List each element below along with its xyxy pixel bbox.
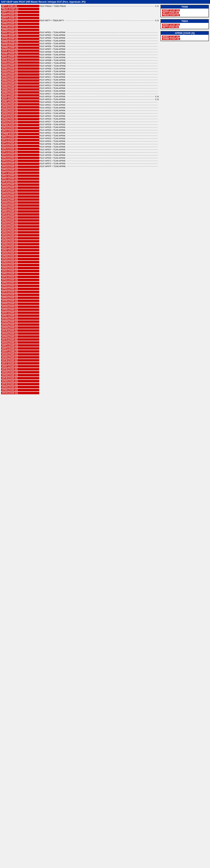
t530e-mandt: MANDT [CLNT (3)]: [162, 9, 180, 11]
apr23-line: P0147-APR23 = T5J46-APRNK: [39, 109, 159, 112]
apr10-line: P0147-APR10 = T5J46-APRNK: [39, 73, 159, 76]
item-apf17: APF17 [CHAR (2)]: [1, 172, 39, 174]
item-aprtf2: APRTF [CHAR (3)]: [1, 350, 39, 352]
item-aprt2: APRT2 [CHAR (2)]: [1, 347, 39, 350]
apr35-line: P0147-APR35 = T5J46-APRNK: [39, 143, 159, 146]
apr02-text: P0147-APR02 = T5J46-APRNK: [39, 34, 65, 36]
item-apr71: APR71 [CHAR (3)]: [1, 11, 39, 13]
apr21-line: P0147-APR21 = T5J46-APRNK: [39, 104, 159, 106]
apr39b-red: APR39 [CHAR (2)]: [1, 380, 39, 382]
item-apr35: APR35 [CHAR (2)]: [1, 303, 39, 305]
item-apd13: APD13 [CHAR (3)]: [1, 145, 39, 147]
apr25-line: P0147-APR25 = T5J46-APRNK: [39, 115, 159, 118]
apr37-text: P0147-APR37 = T5J46-APRNK: [39, 149, 65, 151]
infty-line: P0147-INFTY = T582A.INFTY 0..N: [39, 19, 159, 22]
apd32-red: APD32 [CHAR (3)]: [1, 279, 39, 281]
item-preas: PREAS [CHAR (2)]: [1, 8, 39, 10]
apf0d-red: APF0D [CHAR (2)]: [1, 38, 39, 40]
apd22-red: APD22 [CHAR (2)]: [1, 216, 39, 219]
apr40-text: P0147-APR40 = T5J46-APRNK: [39, 157, 65, 159]
preas-end: 0..N: [155, 5, 159, 7]
apr0a-line: P0147-APR0A = T5J46-APRNK: [39, 56, 159, 59]
item-apd21: APD21 [CHAR (2)]: [1, 207, 39, 210]
apr11-text: P0147-APR11 = T5J46-APRNK: [39, 76, 65, 78]
item-apd16: APD16 [CHAR (2)]: [1, 165, 39, 168]
t5j46-title: APRNK [CHAR (4)]: [161, 31, 209, 35]
apr0d-text: P0147-APR0D = T5J46-APRNK: [39, 65, 66, 67]
item-apd11: APD11 [CHAR (2)]: [1, 130, 39, 132]
apr38a-red: APR38 [CHAR (2)]: [1, 320, 39, 323]
apr38b-red: APR38 [CHAR (3)]: [1, 371, 39, 373]
apr13-line: P0147-APR13 = T5J46-APRNK: [39, 81, 159, 84]
t530e-row-2: PREAS [CHAR (2)]: [162, 14, 207, 17]
item-apr02: APR02 [CHAR (3)]: [1, 67, 39, 70]
apr22-line: P0147-APR22 = T5J46-APRNK: [39, 106, 159, 109]
apr01-dash: [67, 32, 157, 33]
preas-dash: [67, 6, 154, 6]
item-apf0c: APF0C [CHAR (2)]: [1, 32, 39, 34]
t582a-title: T582A: [161, 20, 209, 23]
apr0a-red: APR0A [CHAR (2)]: [1, 124, 39, 126]
apr71-red: APR71 [CHAR (3)]: [1, 11, 39, 13]
apr23-red: APR23 [CHAR (3)]: [1, 225, 39, 227]
item-apf20: APF20 [CHAR (2)]: [1, 198, 39, 201]
apf01-red: APF01 [CHAR (2)]: [1, 56, 39, 58]
apr17-red: APR17 [CHAR (3)]: [1, 178, 39, 180]
t530e-row-0: MANDT [CLNT (3)]: [162, 9, 207, 11]
apf32-red: APF32 [CHAR (2)]: [1, 276, 39, 278]
item-apd25: APD25 [CHAR (2)]: [1, 234, 39, 237]
t530e-box-wrapper: T530E MANDT [CLNT (3)] INFTY [CHAR (4)] …: [160, 5, 209, 19]
apr06-line: P0147-APR06 = T5J46-APRNK: [39, 45, 159, 48]
item-apr16: APR16 [CHAR (2)]: [1, 168, 39, 171]
apr14-line: P0147-APR14 = T5J46-APRNK: [39, 84, 159, 87]
item-apr39b: APR39 [CHAR (2)]: [1, 380, 39, 382]
apr16-text: P0147-APR16 = T5J46-APRNK: [39, 90, 65, 92]
apr20-text: P0147-APR20 = T5J46-APRNK: [39, 101, 65, 103]
apr11-line: P0147-APR11 = T5J46-APRNK: [39, 76, 159, 79]
item-apf39: APF39 [CHAR (2)]: [1, 377, 39, 379]
aprt1-line: P0147-APRT1 = T5J46-APRNK: [39, 159, 159, 162]
aprnk-lines: P0147-APR01 = T5J46-APRNK P0147-APR02 = …: [39, 31, 159, 168]
apd08-red: APD08 [CHAR (2)]: [1, 103, 39, 105]
apr26-line: P0147-APR26 = T5J46-APRNK: [39, 118, 159, 120]
t582a-mandt: MANDT [CLNT (3)]: [162, 24, 180, 26]
apr40b-red: APR40 [CHAR (2)]: [1, 389, 39, 391]
apr37b-red: APR37 [CHAR (2)]: [1, 365, 39, 368]
apr39-text: P0147-APR39 = T5J46-APRNK: [39, 154, 65, 156]
apr02-dash: [67, 35, 157, 35]
apf20-red: APF20 [CHAR (2)]: [1, 198, 39, 201]
item-apf40b: APF40 [CHAR (2)]: [1, 383, 39, 385]
item-apf34: APF34 [CHAR (2)]: [1, 291, 39, 293]
item-apr0e: APR0E [CHAR (3)]: [1, 46, 39, 49]
apf22-red: APF22 [CHAR (2)]: [1, 213, 39, 216]
item-apr25: APR25 [CHAR (2)]: [1, 237, 39, 240]
item-apr07: APR07 [CHAR (3)]: [1, 100, 39, 102]
apd01-red: APD01 [CHAR (3)]: [1, 61, 39, 64]
item-apd10b: APD10 [CHAR (3)]: [1, 127, 39, 129]
apr27-red: APR27 [CHAR (2)]: [1, 249, 39, 251]
apr13-red: APR13 [CHAR (3)]: [1, 148, 39, 150]
apr30-red: APR30 [CHAR (2)]: [1, 267, 39, 269]
item-apd08: APD08 [CHAR (2)]: [1, 103, 39, 105]
apr24-red: APR24 [CHAR (2)]: [1, 231, 39, 234]
apr27-text: P0147-APR27 = T5J46-APRNK: [39, 121, 65, 123]
item-apf07: APF07 [CHAR (2)]: [1, 97, 39, 99]
apf12-red: APF12 [CHAR (2)]: [1, 139, 39, 141]
item-apf08: APF08 [CHAR (3)]: [1, 106, 39, 108]
item-apr0b: APR0B [CHAR (3)]: [1, 133, 39, 135]
apr34-text: P0147-APR34 = T5J46-APRNK: [39, 140, 65, 142]
apd39-red: APD39 [CHAR (2)]: [1, 323, 39, 326]
item-apr06: APR06 [CHAR (3)]: [1, 91, 39, 94]
apr0a-text: P0147-APR0A = T5J46-APRNK: [39, 57, 65, 59]
apd23-red: APD23 [CHAR (2)]: [1, 222, 39, 225]
apr24-text: P0147-APR24 = T5J46-APRNK: [39, 113, 65, 115]
item-infty: INFTY [CHAR (4)]: [1, 5, 39, 7]
item-apr15: APR15 [CHAR (2)]: [1, 163, 39, 165]
apr08a-red: APR08 [CHAR (3)]: [1, 29, 39, 31]
apr29-red: APR29 [CHAR (2)]: [1, 261, 39, 263]
apr0f-text: P0147-APR0F = T5J46-APRNK: [39, 70, 65, 72]
apr21-dash: [67, 105, 157, 105]
apr30-text: P0147-APR30 = T5J46-APRNK: [39, 129, 65, 131]
apr24-dash: [67, 113, 157, 114]
apr40-red: APR40 [CHAR (2)]: [1, 335, 39, 338]
